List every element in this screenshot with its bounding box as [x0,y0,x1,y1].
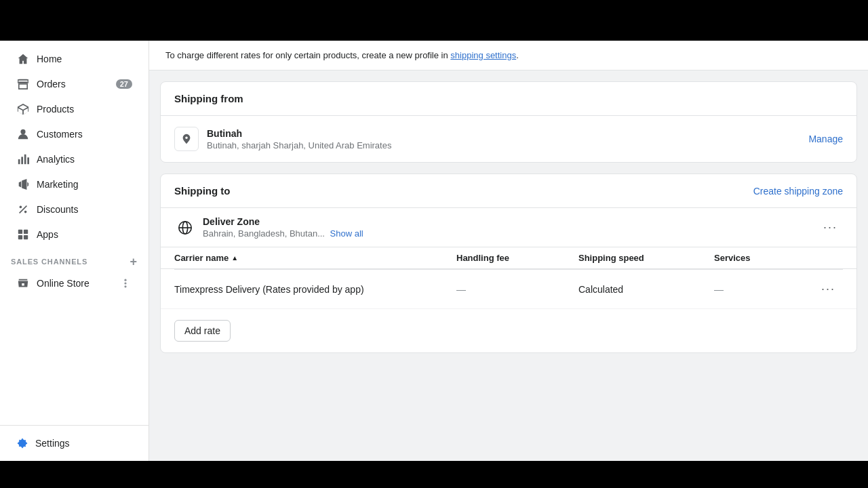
sidebar-item-orders[interactable]: Orders 27 [5,72,143,96]
sidebar-item-home-label: Home [37,54,132,64]
carrier-more-options-button[interactable]: ··· [816,279,843,299]
svg-point-7 [20,206,22,209]
zone-info: Deliver Zone Bahrain, Bangladesh, Bhutan… [203,216,818,239]
sidebar-item-orders-label: Orders [37,79,109,89]
info-banner-suffix: . [516,50,519,60]
add-sales-channel-button[interactable]: + [130,256,138,268]
analytics-icon [16,152,30,166]
customers-icon [16,127,30,141]
sales-channels-header: SALES CHANNELS + [0,247,149,270]
sidebar-item-apps[interactable]: Apps [5,222,143,247]
sidebar-item-home[interactable]: Home [5,47,143,71]
zone-more-options-button[interactable]: ··· [818,218,843,237]
location-row: Butinah Butinah, sharjah Sharjah, United… [161,116,856,162]
bottom-bar [0,461,868,488]
svg-rect-11 [18,235,22,239]
online-store-settings-icon[interactable] [119,277,132,290]
shipping-from-card: Shipping from Butinah Butinah, sharjah S… [160,81,857,163]
svg-rect-9 [18,230,22,234]
sidebar-item-online-store-label: Online Store [37,278,112,289]
actions-header [816,253,843,263]
shipping-to-card: Shipping to Create shipping zone Deliver… [160,174,857,353]
table-header: Carrier name ▲ Handling fee Shipping spe… [161,247,856,269]
shipping-from-title: Shipping from [174,93,843,104]
sidebar-item-marketing-label: Marketing [37,179,132,190]
sidebar-item-discounts[interactable]: Discounts [5,197,143,222]
settings-icon [16,437,28,449]
settings-item[interactable]: Settings [5,432,143,455]
location-pin-icon [174,127,199,151]
add-rate-section: Add rate [161,309,856,352]
sidebar-item-online-store[interactable]: Online Store [5,271,143,296]
sidebar-item-customers-label: Customers [37,129,132,140]
svg-rect-12 [24,235,28,239]
discounts-icon [16,203,30,216]
svg-rect-3 [18,159,20,164]
main-content: To charge different rates for only certa… [149,41,868,461]
sidebar-footer: Settings [0,425,149,461]
top-bar [0,0,868,41]
svg-point-13 [124,282,126,284]
location-info: Butinah Butinah, sharjah Sharjah, United… [207,128,808,150]
handling-fee-header: Handling fee [456,253,578,263]
handling-fee-cell: — [456,284,578,295]
sidebar-item-marketing[interactable]: Marketing [5,172,143,197]
apps-icon [16,228,30,241]
location-address: Butinah, sharjah Sharjah, United Arab Em… [207,140,808,150]
sidebar: Home Orders 27 Products Customers [0,41,149,461]
shipping-from-header: Shipping from [161,82,856,116]
svg-point-15 [124,285,126,287]
orders-badge: 27 [116,79,132,89]
sales-channels-label: SALES CHANNELS [11,258,87,266]
shipping-speed-cell: Calculated [578,284,714,295]
zone-countries: Bahrain, Bangladesh, Bhutan... Show all [203,228,818,239]
create-shipping-zone-link[interactable]: Create shipping zone [753,186,843,197]
show-all-link[interactable]: Show all [330,228,363,239]
services-cell: — [714,284,816,295]
services-header: Services [714,253,816,263]
store-icon [16,277,30,290]
table-row: Timexpress Delivery (Rates provided by a… [161,270,856,309]
carrier-name-header[interactable]: Carrier name ▲ [174,253,456,263]
sidebar-item-apps-label: Apps [37,229,132,240]
location-name: Butinah [207,128,808,139]
zone-countries-text: Bahrain, Bangladesh, Bhutan... [203,228,325,239]
globe-icon [174,217,196,239]
svg-point-2 [20,129,25,134]
marketing-icon [16,178,30,191]
shipping-to-title: Shipping to [174,185,230,197]
sidebar-item-products[interactable]: Products [5,97,143,121]
deliver-zone-row: Deliver Zone Bahrain, Bangladesh, Bhutan… [161,208,856,247]
settings-label: Settings [35,438,70,449]
home-icon [16,52,30,66]
add-rate-button[interactable]: Add rate [174,320,231,342]
svg-point-14 [124,279,126,281]
carrier-name-cell: Timexpress Delivery (Rates provided by a… [174,284,456,295]
sidebar-item-analytics-label: Analytics [37,154,132,165]
sort-arrow-icon: ▲ [231,254,238,262]
zone-name: Deliver Zone [203,216,818,227]
info-banner-text: To charge different rates for only certa… [165,50,448,60]
sidebar-item-discounts-label: Discounts [37,204,132,215]
svg-rect-5 [24,155,26,164]
svg-rect-10 [24,230,28,234]
info-banner: To charge different rates for only certa… [149,41,868,70]
svg-point-8 [24,211,27,214]
shipping-to-header: Shipping to Create shipping zone [161,174,856,208]
sidebar-item-products-label: Products [37,104,132,115]
svg-rect-6 [27,157,29,164]
manage-link[interactable]: Manage [808,134,843,144]
sidebar-item-customers[interactable]: Customers [5,122,143,146]
app-wrapper: Home Orders 27 Products Customers [0,41,868,461]
sidebar-nav: Home Orders 27 Products Customers [0,41,149,425]
products-icon [16,102,30,116]
shipping-speed-header: Shipping speed [578,253,714,263]
svg-rect-4 [21,157,23,164]
sidebar-item-analytics[interactable]: Analytics [5,147,143,171]
shipping-settings-link[interactable]: shipping settings [450,50,516,60]
orders-icon [16,77,30,91]
